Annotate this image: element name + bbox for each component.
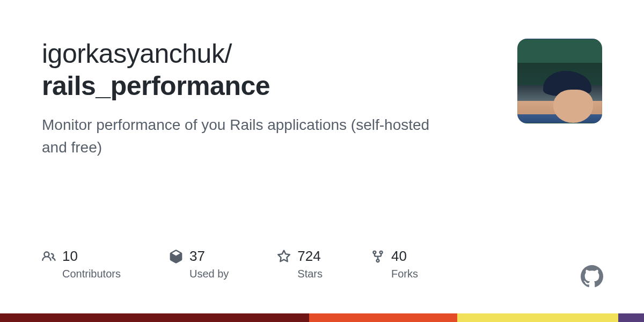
language-segment	[0, 313, 309, 322]
people-icon	[42, 250, 56, 264]
stat-label: Contributors	[62, 268, 121, 280]
owner-avatar[interactable]	[517, 39, 602, 123]
stat-value: 37	[189, 248, 205, 265]
stat-contributors[interactable]: 10Contributors	[42, 248, 121, 280]
stat-label: Forks	[391, 268, 418, 280]
repo-stats: 10Contributors37Used by724Stars40Forks	[42, 248, 418, 280]
stat-stars[interactable]: 724Stars	[277, 248, 323, 280]
stat-value: 40	[391, 248, 407, 265]
stat-label: Used by	[189, 268, 229, 280]
language-segment	[457, 313, 618, 322]
repo-title: igorkasyanchuk/ rails_performance	[42, 39, 487, 102]
language-segment	[309, 313, 457, 322]
stat-used-by[interactable]: 37Used by	[169, 248, 229, 280]
repo-description: Monitor performance of you Rails applica…	[42, 114, 450, 159]
repo-name[interactable]: rails_performance	[42, 70, 487, 102]
stat-forks[interactable]: 40Forks	[371, 248, 418, 280]
stat-value: 724	[297, 248, 320, 265]
stat-label: Stars	[297, 268, 323, 280]
github-logo-icon	[581, 265, 603, 288]
repo-forked-icon	[371, 250, 385, 264]
avatar-image	[517, 39, 602, 123]
stat-value: 10	[62, 248, 78, 265]
language-segment	[618, 313, 644, 322]
language-bar	[0, 313, 644, 322]
package-dependents-icon	[169, 250, 183, 264]
owner-name[interactable]: igorkasyanchuk/	[42, 39, 487, 70]
star-icon	[277, 250, 291, 264]
